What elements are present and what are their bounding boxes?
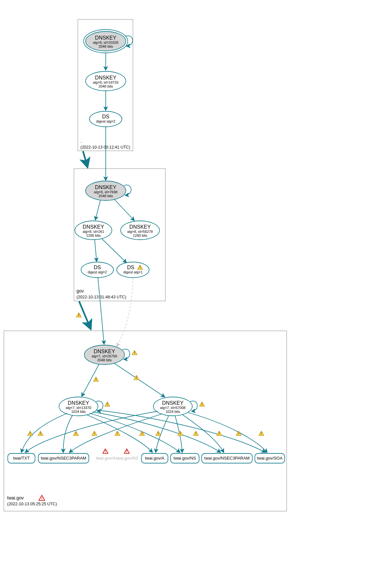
warn-icon: ! (28, 431, 33, 436)
zone-twai-label: twai.gov (7, 495, 24, 500)
rrset-ns: twai.gov/NS (171, 453, 199, 463)
node-root-ds: DS digest alg=2 (89, 111, 122, 127)
svg-text:!: ! (107, 402, 108, 406)
warn-icon: ! (156, 431, 161, 436)
svg-text:!: ! (219, 432, 220, 436)
svg-text:twai.gov/NSEC3PARAM: twai.gov/NSEC3PARAM (204, 456, 250, 461)
svg-text:DS: DS (127, 265, 134, 270)
svg-text:DNSKEY: DNSKEY (162, 400, 184, 406)
svg-text:!: ! (94, 432, 95, 436)
svg-text:1024 bits: 1024 bits (71, 410, 86, 414)
svg-text:!: ! (95, 378, 97, 381)
svg-text:DNSKEY: DNSKEY (83, 224, 104, 230)
svg-text:2048 bits: 2048 bits (97, 358, 112, 362)
svg-text:alg=8, id=56278: alg=8, id=56278 (127, 230, 153, 234)
rrset-nsec3param-b: twai.gov/NSEC3PARAM (202, 453, 252, 463)
svg-text:1280 bits: 1280 bits (86, 234, 101, 237)
warn-icon: ! (115, 431, 120, 436)
svg-text:1280 bits: 1280 bits (133, 234, 148, 237)
svg-text:DNSKEY: DNSKEY (94, 349, 115, 354)
e-z1-txt (21, 413, 67, 452)
edge-gov-zsk1-ds1 (95, 240, 97, 261)
svg-text:alg=7, id=57008: alg=7, id=57008 (160, 406, 186, 410)
svg-text:alg=7, id=26760: alg=7, id=26760 (92, 354, 117, 358)
svg-text:alg=8, id=261: alg=8, id=261 (83, 230, 104, 234)
warn-icon: ! (73, 431, 78, 436)
svg-text:2048 bits: 2048 bits (99, 194, 113, 198)
svg-text:2048 bits: 2048 bits (99, 44, 113, 48)
svg-text:!: ! (201, 402, 203, 406)
node-gov-zsk1: DNSKEY alg=8, id=261 1280 bits (75, 221, 112, 240)
svg-text:!: ! (136, 376, 137, 380)
rrset-grey-ns: twai.gov/NS (116, 456, 138, 461)
svg-text:twai.gov/SOA: twai.gov/SOA (257, 456, 283, 461)
warn-icon: ! (139, 431, 145, 436)
svg-text:!: ! (158, 432, 159, 436)
svg-text:!: ! (126, 450, 127, 453)
warn-icon: ! (259, 431, 264, 436)
warn-icon: ! (132, 350, 137, 355)
edge-delegation-gov-twai (79, 301, 91, 329)
warn-icon: ! (93, 377, 99, 381)
edge-twai-ksk-zsk2 (114, 363, 165, 397)
svg-text:DNSKEY: DNSKEY (68, 400, 89, 406)
rrset-nsec3param-a: twai.gov/NSEC3PARAM (38, 453, 89, 463)
zone-twai-box (4, 331, 287, 511)
warn-icon: ! (105, 402, 110, 406)
error-icon: ! (103, 449, 108, 453)
svg-text:DNSKEY: DNSKEY (95, 75, 116, 80)
warn-icon: ! (134, 375, 139, 380)
zone-root-timestamp: (2022-10-13 00:12:41 UTC) (80, 145, 130, 150)
svg-text:!: ! (105, 450, 106, 453)
svg-text:alg=8, id=7698: alg=8, id=7698 (94, 190, 118, 194)
dnssec-diagram: . (2022-10-13 00:12:41 UTC) DNSKEY alg=8… (0, 0, 392, 576)
edge-gov-zsk1-ds2 (102, 239, 126, 263)
svg-text:!: ! (78, 313, 79, 317)
svg-text:twai.gov/NSEC3PARAM: twai.gov/NSEC3PARAM (41, 456, 86, 461)
svg-text:twai.gov/A: twai.gov/A (145, 456, 164, 461)
edge-gov-ds2-twai-ksk (117, 278, 133, 346)
node-twai-ksk: DNSKEY alg=7, id=26760 2048 bits (84, 345, 125, 365)
node-root-zsk: DNSKEY alg=8, id=18733 2048 bits (86, 71, 126, 91)
node-gov-zsk2: DNSKEY alg=8, id=56278 1280 bits (121, 221, 160, 240)
svg-text:twai.gov/NS: twai.gov/NS (173, 456, 196, 461)
warn-icon: ! (193, 431, 198, 436)
node-twai-zsk2: DNSKEY alg=7, id=57008 1024 bits (153, 397, 192, 416)
svg-text:!: ! (180, 432, 181, 436)
zone-root-label: . (80, 138, 82, 144)
svg-text:!: ! (75, 432, 77, 436)
svg-text:digest alg=2: digest alg=2 (88, 270, 107, 274)
svg-text:2048 bits: 2048 bits (99, 84, 113, 88)
rrset-soa: twai.gov/SOA (255, 453, 285, 463)
edge-gov-ds1-twai-ksk (98, 278, 104, 344)
e-z1-nsec3b (93, 412, 220, 452)
node-gov-ds1: DS digest alg=2 (81, 262, 113, 278)
rrset-grey-a: twai.gov/A (96, 456, 115, 461)
zone-gov-label: gov (77, 288, 84, 294)
error-icon: ! (39, 495, 45, 500)
svg-text:1024 bits: 1024 bits (166, 410, 180, 414)
svg-text:!: ! (238, 432, 239, 436)
svg-text:!: ! (117, 432, 118, 436)
svg-text:!: ! (141, 432, 143, 436)
node-gov-ksk: DNSKEY alg=8, id=7698 2048 bits (86, 181, 126, 200)
node-root-ksk: DNSKEY alg=8, id=20326 2048 bits (84, 30, 128, 53)
node-twai-zsk1: DNSKEY alg=7, id=13370 1024 bits (59, 397, 98, 416)
rrset-txt: twai/TXT (8, 453, 35, 463)
svg-text:alg=8, id=18733: alg=8, id=18733 (93, 80, 119, 84)
e-z2-nsec3b (182, 414, 224, 452)
edge-gov-ksk-zsk1 (95, 200, 101, 220)
error-icon: ! (124, 449, 129, 453)
svg-text:!: ! (195, 432, 196, 436)
zone-gov-timestamp: (2022-10-13 01:48:43 UTC) (77, 295, 126, 299)
svg-text:!: ! (40, 432, 41, 436)
edge-delegation-root-gov (83, 151, 88, 167)
svg-text:twai/TXT: twai/TXT (13, 456, 30, 461)
svg-text:alg=8, id=20326: alg=8, id=20326 (93, 41, 119, 44)
svg-text:DS: DS (94, 265, 101, 270)
svg-text:digest alg=2: digest alg=2 (96, 119, 115, 123)
svg-text:DNSKEY: DNSKEY (95, 35, 116, 41)
warn-icon: ! (38, 431, 43, 436)
warn-icon: ! (92, 431, 97, 436)
warn-icon: ! (199, 402, 205, 406)
